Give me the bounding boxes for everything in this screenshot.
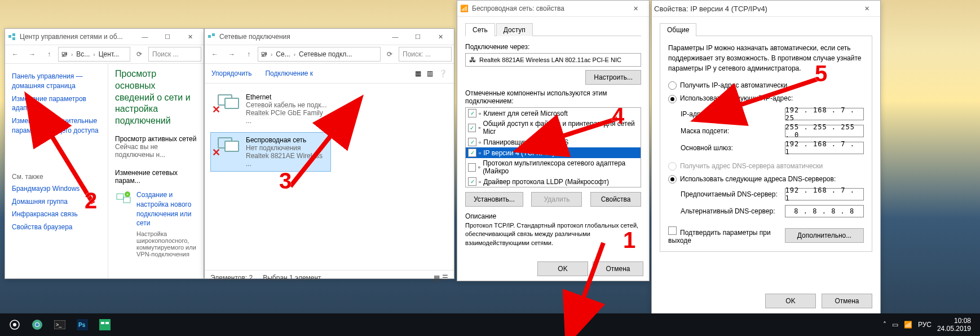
maximize-button[interactable]: ☐ <box>156 29 179 44</box>
view-large-icon[interactable]: ▦ <box>434 274 440 282</box>
checkbox-icon[interactable]: ✓ <box>468 138 476 146</box>
tray-up-icon[interactable]: ˄ <box>883 321 886 329</box>
titlebar: Свойства: IP версии 4 (TCP/IPv4) ✕ <box>652 1 880 17</box>
link-browser-props[interactable]: Свойства браузера <box>12 222 101 232</box>
link-adapter-settings[interactable]: Изменение параметров адаптера <box>12 94 101 114</box>
protocol-icon: ▫ <box>479 178 481 186</box>
gateway-label: Основной шлюз: <box>681 144 785 152</box>
connection-wireless[interactable]: ✕ Беспроводная сеть Нет подключения Real… <box>210 132 331 172</box>
status-selected: Выбран 1 элемент <box>263 274 321 282</box>
back-button[interactable]: ← <box>207 47 223 62</box>
cancel-button[interactable]: Отмена <box>593 261 643 276</box>
remove-button[interactable]: Удалить <box>531 192 582 207</box>
ip-input[interactable]: 192 . 168 . 7 . 25 <box>785 108 864 120</box>
close-button[interactable]: ✕ <box>855 1 878 16</box>
nav-bar: ← → ↑ 🖳› Вс...› Цент... ⟳ Поиск ... <box>5 45 204 64</box>
annotation-1: 1 <box>623 229 635 251</box>
minimize-button[interactable]: — <box>134 29 156 44</box>
forward-button[interactable]: → <box>224 47 240 62</box>
radio-manual-ip[interactable]: Использовать следующий IP-адрес: <box>668 94 864 103</box>
window-network-center: Центр управления сетями и об... — ☐ ✕ ← … <box>5 28 204 279</box>
mask-label: Маска подсети: <box>681 127 785 135</box>
window-title: Центр управления сетями и об... <box>20 33 134 41</box>
close-button[interactable]: ✕ <box>429 29 452 44</box>
advanced-button[interactable]: Дополнительно... <box>785 228 864 243</box>
search-input[interactable]: Поиск: ... <box>399 47 452 62</box>
refresh-button[interactable]: ⟳ <box>382 47 398 62</box>
dns1-label: Предпочитаемый DNS-сервер: <box>681 190 785 198</box>
tab-network[interactable]: Сеть <box>465 23 495 36</box>
search-input[interactable]: Поиск ... <box>148 47 201 62</box>
wireless-icon: ✕ <box>214 136 241 159</box>
checkbox-icon[interactable] <box>468 163 476 172</box>
forward-button[interactable]: → <box>24 47 40 62</box>
cancel-button[interactable]: Отмена <box>822 294 872 308</box>
toolbar-connect[interactable]: Подключение к <box>265 69 313 77</box>
tray-time[interactable]: 10:08 <box>937 317 971 325</box>
up-button[interactable]: ↑ <box>41 47 57 62</box>
checkbox-icon[interactable]: ✓ <box>468 149 476 157</box>
component-label: Драйвер протокола LLDP (Майкрософт) <box>483 178 609 186</box>
toolbar-organize[interactable]: Упорядочить <box>211 69 251 77</box>
component-row[interactable]: ✓▫Драйвер протокола LLDP (Майкрософт) <box>466 176 641 187</box>
svg-rect-25 <box>105 322 109 324</box>
taskbar-chrome[interactable] <box>26 313 48 336</box>
window-title: Беспроводная сеть: свойства <box>472 5 624 12</box>
toolbar: Упорядочить Подключение к ▦ ▥ ❔ <box>205 64 454 84</box>
install-button[interactable]: Установить... <box>465 192 523 207</box>
close-button[interactable]: ✕ <box>179 29 201 44</box>
tab-access[interactable]: Доступ <box>496 23 533 36</box>
checkbox-icon[interactable]: ✓ <box>468 109 476 117</box>
svg-point-18 <box>36 323 39 326</box>
link-sharing-settings[interactable]: Изменить дополнительные параметры общего… <box>12 116 101 136</box>
component-row[interactable]: ✓▫IP версии 4 (TCP/IPv4) <box>466 147 641 158</box>
tray-language[interactable]: РУС <box>918 321 932 329</box>
properties-button[interactable]: Свойства <box>590 192 641 207</box>
help-button[interactable]: ❔ <box>439 69 447 77</box>
maximize-button[interactable]: ☐ <box>407 29 429 44</box>
component-row[interactable]: ▫Протокол мультиплексора сетевого адапте… <box>466 158 641 176</box>
minimize-button[interactable]: — <box>384 29 407 44</box>
taskbar-photoshop[interactable]: Ps <box>71 313 94 336</box>
dns1-input[interactable]: 192 . 168 . 7 . 1 <box>785 188 864 200</box>
component-row[interactable]: ✓▫Планировщик пакетов QoS <box>466 137 641 147</box>
tray-battery-icon[interactable]: ▭ <box>892 321 898 329</box>
dns2-input[interactable]: 8 . 8 . 8 . 8 <box>785 205 864 217</box>
component-row[interactable]: ✓▫IP версии 6 (TCP/IPv6) <box>466 187 641 187</box>
breadcrumb[interactable]: 🖳› Вс...› Цент... <box>58 47 130 62</box>
component-label: IP версии 4 (TCP/IPv4) <box>483 149 554 157</box>
refresh-button[interactable]: ⟳ <box>131 47 147 62</box>
taskbar-app[interactable] <box>94 313 116 336</box>
checkbox-icon[interactable]: ✓ <box>468 124 476 132</box>
start-button[interactable] <box>3 313 26 336</box>
view-details-button[interactable]: ▥ <box>427 69 433 77</box>
up-button[interactable]: ↑ <box>241 47 257 62</box>
titlebar: Сетевые подключения — ☐ ✕ <box>205 29 454 45</box>
svg-rect-1 <box>12 33 15 36</box>
ok-button[interactable]: OK <box>537 261 588 276</box>
tray-date[interactable]: 24.05.2019 <box>937 325 971 333</box>
gateway-input[interactable]: 192 . 168 . 7 . 1 <box>785 142 864 154</box>
view-list-icon[interactable]: ☰ <box>442 274 448 282</box>
checkbox-icon[interactable]: ✓ <box>468 177 476 186</box>
radio-auto-ip[interactable]: Получить IP-адрес автоматически <box>668 81 864 90</box>
breadcrumb[interactable]: 🖳› Се...› Сетевые подкл... <box>258 47 381 62</box>
ok-button[interactable]: OK <box>765 294 816 308</box>
intro-text: Параметры IP можно назначать автоматичес… <box>668 43 864 73</box>
connection-ethernet[interactable]: ✕ Ethernet Сетевой кабель не подк... Rea… <box>210 89 331 129</box>
confirm-checkbox[interactable]: Подтвердить параметры при выходе <box>668 226 785 245</box>
close-button[interactable]: ✕ <box>624 1 647 16</box>
view-icons-button[interactable]: ▦ <box>415 69 421 77</box>
taskbar-cmd[interactable]: >_ <box>48 313 71 336</box>
network-icon <box>207 32 216 41</box>
tray-wifi-icon[interactable]: 📶 <box>904 321 912 329</box>
tab-general[interactable]: Общие <box>660 23 696 36</box>
configure-button[interactable]: Настроить... <box>585 70 641 85</box>
link-cp-home[interactable]: Панель управления — домашняя страница <box>12 72 101 91</box>
radio-manual-dns[interactable]: Использовать следующие адреса DNS-сервер… <box>668 175 864 184</box>
description-text: Протокол TCP/IP. Стандартный протокол гл… <box>465 221 641 247</box>
back-button[interactable]: ← <box>7 47 23 62</box>
link-new-connection[interactable]: Создание и настройка нового подключения … <box>136 190 197 228</box>
mask-input[interactable]: 255 . 255 . 255 . 0 <box>785 125 864 137</box>
taskbar: >_ Ps ˄ ▭ 📶 РУС 10:08 24.05.2019 <box>0 313 980 336</box>
